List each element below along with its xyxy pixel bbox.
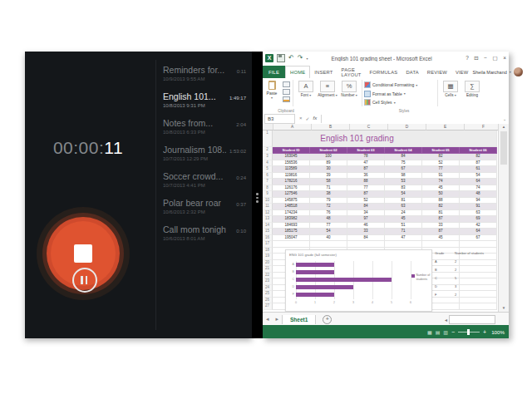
data-cell[interactable]: 61 — [460, 166, 497, 173]
tab-view[interactable]: VIEW — [451, 66, 473, 78]
save-icon[interactable] — [277, 54, 285, 62]
user-avatar[interactable] — [514, 67, 523, 76]
row-number-18[interactable]: 18 — [263, 248, 273, 254]
row-number-26[interactable]: 26 — [263, 298, 273, 304]
zoom-level[interactable]: 100% — [491, 329, 505, 335]
row-number-8[interactable]: 8 — [263, 185, 273, 192]
recording-item[interactable]: Reminders for...0:1110/9/2013 9:55 AM — [163, 65, 246, 81]
row-number-14[interactable]: 14 — [263, 223, 273, 229]
empty-cell[interactable] — [273, 241, 310, 248]
data-cell[interactable]: 36 — [347, 173, 385, 180]
horizontal-scroll-track[interactable] — [449, 315, 495, 324]
row-number-6[interactable]: 6 — [263, 173, 273, 180]
empty-cell[interactable] — [422, 241, 460, 248]
data-cell[interactable]: 195047 — [273, 235, 310, 242]
data-cell[interactable]: 119816 — [273, 173, 310, 180]
data-cell[interactable]: 50 — [422, 191, 460, 198]
styles-item-conditional-formatting[interactable]: Conditional Formatting ▾ — [364, 81, 436, 90]
data-cell[interactable]: 30 — [310, 166, 347, 173]
customize-qat-icon[interactable]: ▾ — [306, 57, 308, 61]
number-group-button[interactable]: % Number ▾ — [338, 80, 360, 108]
data-cell[interactable]: 42 — [460, 223, 497, 229]
row-number-12[interactable]: 12 — [263, 210, 273, 217]
stop-icon[interactable] — [74, 244, 92, 263]
sheet-title-cell[interactable]: English 101 grading — [273, 131, 497, 147]
data-cell[interactable]: 63 — [460, 210, 497, 217]
data-cell[interactable]: 83 — [385, 185, 422, 192]
data-cell[interactable]: 79 — [310, 198, 347, 204]
snap-divider[interactable] — [252, 52, 263, 338]
recording-item[interactable]: Polar bear roar0:3710/6/2013 2:32 PM — [163, 198, 246, 214]
pause-button[interactable] — [72, 268, 97, 293]
name-box[interactable]: B3 — [264, 114, 295, 124]
data-cell[interactable]: 87 — [460, 160, 497, 167]
data-cell[interactable]: 54 — [310, 229, 347, 235]
insert-function-icon[interactable]: fx — [313, 116, 318, 121]
styles-item-format-as-table[interactable]: Format as Table ▾ — [364, 90, 436, 99]
styles-item-cell-styles[interactable]: Cell Styles ▾ — [364, 98, 436, 107]
data-cell[interactable]: 54 — [385, 191, 422, 198]
data-cell[interactable]: 98 — [385, 173, 422, 180]
empty-cell[interactable] — [310, 241, 347, 248]
snap-divider-handle-icon[interactable] — [256, 191, 259, 204]
row-number-20[interactable]: 20 — [263, 260, 273, 267]
recording-item[interactable]: Soccer crowd...0:2410/7/2013 4:41 PM — [163, 171, 246, 188]
data-cell[interactable]: 53 — [385, 179, 422, 185]
expand-formula-bar-icon[interactable]: ⌄ — [500, 116, 509, 121]
zoom-slider-thumb[interactable] — [467, 329, 470, 335]
empty-cell[interactable] — [347, 241, 385, 248]
data-cell[interactable]: 24 — [385, 210, 422, 217]
zoom-in-icon[interactable]: + — [483, 329, 486, 335]
table-header-cell[interactable]: Student 05 — [422, 147, 460, 154]
row-number-5[interactable]: 5 — [263, 166, 273, 173]
data-cell[interactable]: 45 — [422, 235, 460, 242]
data-cell[interactable]: 163045 — [273, 154, 310, 160]
row-number-22[interactable]: 22 — [263, 273, 273, 279]
data-cell[interactable]: 145875 — [273, 198, 310, 204]
data-cell[interactable]: 74 — [422, 179, 460, 185]
page-break-view-icon[interactable]: ▥ — [443, 329, 448, 335]
row-number-7[interactable]: 7 — [263, 179, 273, 185]
tab-insert[interactable]: INSERT — [310, 66, 337, 78]
row-number-4[interactable]: 4 — [263, 160, 273, 167]
row-number-23[interactable]: 23 — [263, 278, 273, 285]
table-header-cell[interactable]: Student 03 — [347, 147, 385, 154]
help-icon[interactable]: ? — [466, 55, 469, 62]
data-cell[interactable]: 45 — [385, 216, 422, 223]
cells-button[interactable]: ▦ Cells ▾ — [440, 80, 461, 108]
data-cell[interactable]: 33 — [422, 223, 460, 229]
data-cell[interactable]: 77 — [310, 223, 347, 229]
empty-cell[interactable] — [385, 241, 422, 248]
data-cell[interactable]: 46 — [347, 223, 385, 229]
data-cell[interactable]: 52 — [422, 160, 460, 167]
data-cell[interactable]: 126176 — [273, 185, 310, 192]
recording-item[interactable]: English 101...1:49:1710/8/2013 9:31 PM — [163, 91, 246, 108]
data-cell[interactable]: 69 — [460, 216, 497, 223]
row-number-9[interactable]: 9 — [263, 191, 273, 198]
data-cell[interactable]: 38 — [310, 191, 347, 198]
tab-formulas[interactable]: FORMULAS — [366, 66, 402, 78]
data-cell[interactable]: 71 — [385, 229, 422, 235]
enter-icon[interactable]: ✓ — [306, 116, 310, 121]
data-cell[interactable]: 47 — [385, 235, 422, 242]
ribbon-display-options-icon[interactable]: ⊡ — [474, 55, 478, 62]
summary-cell[interactable]: B — [435, 268, 455, 272]
next-sheet-icon[interactable]: ▸ — [273, 316, 283, 323]
zoom-out-icon[interactable]: − — [451, 329, 455, 335]
cancel-icon[interactable]: × — [299, 116, 303, 121]
data-cell[interactable]: 87 — [422, 229, 460, 235]
row-number-11[interactable]: 11 — [263, 204, 273, 210]
data-cell[interactable]: 185175 — [273, 229, 310, 235]
data-cell[interactable]: 63 — [385, 204, 422, 210]
data-cell[interactable]: 71 — [310, 185, 347, 192]
page-layout-view-icon[interactable]: ▤ — [436, 329, 441, 335]
row-number-10[interactable]: 10 — [263, 198, 273, 204]
column-header-b[interactable]: B — [312, 124, 350, 131]
data-cell[interactable]: 87 — [422, 216, 460, 223]
data-cell[interactable]: 47 — [347, 160, 385, 167]
horizontal-scrollbar[interactable]: ◂ — [445, 315, 495, 324]
table-header-cell[interactable]: Student 02 — [310, 147, 347, 154]
undo-icon[interactable]: ↶ — [288, 54, 294, 62]
data-cell[interactable]: 88 — [347, 179, 385, 185]
data-cell[interactable]: 64 — [460, 229, 497, 235]
